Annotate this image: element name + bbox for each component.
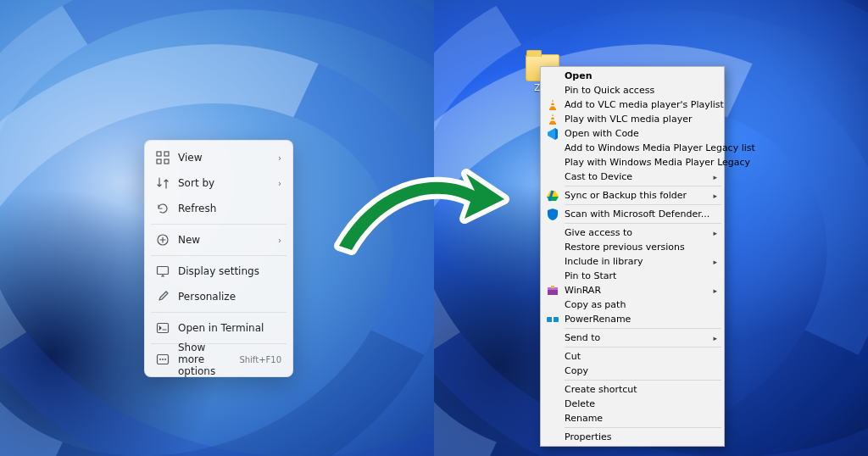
menu-item-label: Sync or Backup this folder: [565, 190, 708, 201]
chevron-right-icon: ▸: [708, 229, 717, 237]
svg-rect-13: [550, 105, 555, 107]
menu-separator: [565, 427, 721, 428]
shield-icon: [546, 208, 559, 221]
blank-icon: [546, 383, 559, 397]
menu-item-properties[interactable]: Properties: [542, 430, 722, 444]
menu-item-new[interactable]: New ›: [149, 227, 288, 253]
menu-item-restore-previous[interactable]: Restore previous versions: [542, 240, 722, 254]
menu-item-send-to[interactable]: Send to ▸: [542, 331, 722, 345]
blank-icon: [546, 412, 559, 425]
chevron-right-icon: ▸: [708, 286, 717, 295]
svg-point-9: [162, 359, 164, 360]
menu-item-play-vlc[interactable]: Play with VLC media player: [542, 112, 722, 126]
menu-item-label: Open in Terminal: [178, 322, 281, 334]
vlc-icon: [546, 98, 559, 112]
chevron-right-icon: ▸: [708, 173, 717, 181]
blank-icon: [546, 331, 559, 345]
grid-icon: [156, 151, 170, 164]
menu-shortcut: Shift+F10: [239, 355, 281, 364]
menu-separator: [565, 328, 721, 329]
blank-icon: [546, 241, 559, 254]
svg-rect-3: [164, 159, 169, 164]
menu-item-label: Copy: [565, 365, 717, 376]
menu-item-label: View: [178, 152, 270, 164]
menu-item-sync-backup[interactable]: Sync or Backup this folder ▸: [542, 188, 722, 203]
menu-item-label: Sort by: [178, 177, 270, 189]
menu-item-view[interactable]: View ›: [149, 145, 288, 170]
chevron-right-icon: ›: [278, 153, 281, 163]
menu-item-label: Cast to Device: [565, 171, 708, 182]
menu-item-cut[interactable]: Cut: [542, 349, 722, 364]
svg-rect-11: [549, 108, 556, 110]
svg-rect-14: [549, 123, 556, 125]
menu-item-open[interactable]: Open: [542, 69, 722, 83]
menu-item-play-wmp-legacy[interactable]: Play with Windows Media Player Legacy: [542, 155, 722, 170]
menu-item-add-wmp-legacy[interactable]: Add to Windows Media Player Legacy list: [542, 141, 722, 155]
menu-item-label: Play with VLC media player: [565, 114, 717, 125]
menu-item-refresh[interactable]: Refresh: [149, 196, 288, 221]
menu-separator: [151, 255, 287, 256]
sort-icon: [156, 176, 170, 190]
menu-item-label: Copy as path: [565, 299, 717, 310]
blank-icon: [546, 270, 559, 283]
menu-item-create-shortcut[interactable]: Create shortcut: [542, 382, 722, 397]
menu-item-delete[interactable]: Delete: [542, 397, 722, 411]
svg-rect-0: [157, 152, 161, 156]
plus-circle-icon: [156, 233, 170, 247]
context-menu-legacy: Open Pin to Quick access Add to VLC medi…: [540, 66, 725, 447]
menu-separator: [565, 204, 721, 205]
blank-icon: [546, 431, 559, 444]
menu-item-scan-defender[interactable]: Scan with Microsoft Defender...: [542, 207, 722, 221]
blank-icon: [546, 398, 559, 411]
menu-item-label: Refresh: [178, 203, 281, 214]
menu-item-winrar[interactable]: WinRAR ▸: [542, 283, 722, 298]
menu-item-label: Send to: [565, 332, 708, 343]
menu-item-powerrename[interactable]: PowerRename: [542, 312, 722, 326]
chevron-right-icon: ›: [278, 236, 281, 245]
svg-rect-19: [551, 286, 554, 288]
blank-icon: [546, 170, 559, 184]
menu-item-sort-by[interactable]: Sort by ›: [149, 170, 288, 196]
svg-point-8: [159, 359, 161, 360]
menu-item-label: Open: [565, 70, 717, 81]
menu-item-rename[interactable]: Rename: [542, 411, 722, 425]
menu-item-label: Open with Code: [565, 128, 717, 139]
menu-item-open-with-code[interactable]: Open with Code: [542, 126, 722, 141]
context-menu-win11: View › Sort by › Refresh New ›: [144, 140, 293, 377]
menu-item-personalize[interactable]: Personalize: [149, 284, 288, 309]
chevron-right-icon: ›: [278, 179, 281, 188]
menu-item-copy-as-path[interactable]: Copy as path: [542, 298, 722, 312]
monitor-icon: [156, 264, 170, 278]
menu-item-label: Restore previous versions: [565, 242, 717, 253]
menu-item-pin-start[interactable]: Pin to Start: [542, 269, 722, 283]
chevron-right-icon: ▸: [708, 192, 717, 200]
blank-icon: [546, 156, 559, 170]
menu-item-display-settings[interactable]: Display settings: [149, 259, 288, 284]
menu-item-pin-quick-access[interactable]: Pin to Quick access: [542, 83, 722, 97]
menu-item-include-library[interactable]: Include in library ▸: [542, 254, 722, 269]
menu-item-label: Create shortcut: [565, 384, 717, 395]
transition-arrow: [322, 153, 517, 263]
menu-item-label: Cut: [565, 351, 717, 362]
menu-separator: [565, 186, 721, 186]
menu-item-label: Scan with Microsoft Defender...: [565, 209, 717, 220]
vscode-icon: [546, 127, 559, 141]
blank-icon: [546, 298, 559, 312]
refresh-icon: [156, 202, 170, 215]
svg-rect-21: [552, 315, 554, 324]
menu-item-copy[interactable]: Copy: [542, 364, 722, 378]
menu-item-give-access[interactable]: Give access to ▸: [542, 225, 722, 240]
brush-icon: [156, 290, 170, 303]
menu-item-label: Rename: [565, 413, 717, 424]
blank-icon: [546, 255, 559, 269]
menu-item-label: Play with Windows Media Player Legacy: [565, 157, 750, 168]
menu-separator: [151, 312, 287, 313]
svg-rect-2: [157, 159, 161, 164]
menu-item-open-terminal[interactable]: Open in Terminal: [149, 315, 288, 341]
menu-item-label: Pin to Quick access: [565, 85, 717, 96]
blank-icon: [546, 350, 559, 364]
menu-item-cast-device[interactable]: Cast to Device ▸: [542, 170, 722, 184]
menu-item-add-vlc-playlist[interactable]: Add to VLC media player's Playlist: [542, 97, 722, 112]
menu-item-show-more-options[interactable]: Show more options Shift+F10: [149, 347, 288, 372]
chevron-right-icon: ▸: [708, 334, 717, 342]
